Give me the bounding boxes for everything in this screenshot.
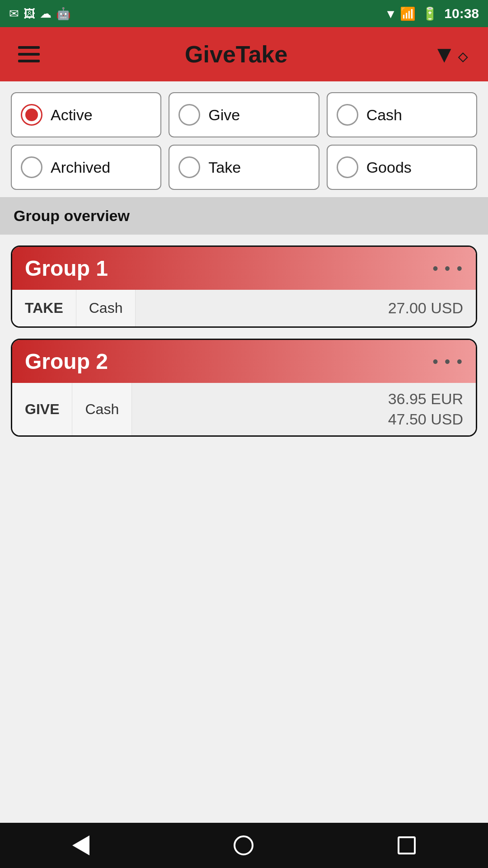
group-2-header: Group 2 • • •	[12, 340, 476, 383]
filter-active-label: Active	[51, 106, 93, 124]
section-header: Group overview	[0, 197, 488, 235]
nav-back-button[interactable]	[72, 835, 89, 855]
status-left-icons: ✉ 🖼 ☁ 🤖	[9, 7, 70, 21]
group-1-type: TAKE	[12, 290, 76, 326]
group-2-body: GIVE Cash 36.95 EUR 47.50 USD	[12, 383, 476, 435]
filter-grid: Active Give Cash Archived Take Goods	[0, 81, 488, 197]
group-2-amount-2: 47.50 USD	[388, 410, 463, 428]
radio-cash	[337, 104, 358, 126]
group-2-name: Group 2	[25, 349, 108, 374]
group-1-amount-1: 27.00 USD	[388, 299, 463, 317]
group-1-name: Group 1	[25, 256, 108, 281]
filter-goods-label: Goods	[366, 159, 412, 176]
android-icon: 🤖	[56, 7, 70, 21]
filter-archived[interactable]: Archived	[11, 145, 161, 190]
nav-recents-button[interactable]	[398, 836, 416, 854]
gmail-icon: ✉	[9, 7, 19, 21]
group-1-more-icon[interactable]: • • •	[432, 259, 463, 278]
group-card-2[interactable]: Group 2 • • • GIVE Cash 36.95 EUR 47.50 …	[11, 339, 477, 437]
filter-give-label: Give	[208, 106, 240, 124]
group-2-category: Cash	[72, 383, 132, 435]
nav-bar	[0, 823, 488, 868]
group-2-more-icon[interactable]: • • •	[432, 352, 463, 371]
signal-icon: 📶	[400, 6, 416, 21]
funnel-icon: ⬦	[456, 41, 470, 68]
radio-archived	[21, 156, 42, 178]
image-icon: 🖼	[23, 7, 35, 21]
group-2-amounts: 36.95 EUR 47.50 USD	[132, 383, 476, 435]
battery-icon: 🔋	[422, 6, 438, 21]
app-bar: GiveTake ▼ ⬦	[0, 27, 488, 81]
filter-goods[interactable]: Goods	[327, 145, 477, 190]
wifi-icon: ▾	[387, 6, 394, 21]
status-right-icons: ▾ 📶 🔋 10:38	[387, 6, 479, 21]
filter-button[interactable]: ▼ ⬦	[433, 41, 470, 68]
filter-take[interactable]: Take	[169, 145, 319, 190]
status-bar: ✉ 🖼 ☁ 🤖 ▾ 📶 🔋 10:38	[0, 0, 488, 27]
group-2-amount-1: 36.95 EUR	[388, 390, 463, 408]
group-2-type: GIVE	[12, 383, 72, 435]
filter-cash[interactable]: Cash	[327, 92, 477, 137]
group-1-header: Group 1 • • •	[12, 247, 476, 290]
status-time: 10:38	[444, 6, 479, 21]
home-icon	[234, 835, 253, 855]
filter-archived-label: Archived	[51, 159, 110, 176]
hamburger-menu-button[interactable]	[18, 46, 40, 62]
group-1-amounts: 27.00 USD	[136, 290, 476, 326]
radio-take	[178, 156, 200, 178]
groups-container: Group 1 • • • TAKE Cash 27.00 USD Group …	[0, 235, 488, 448]
back-icon	[72, 835, 89, 855]
filter-take-label: Take	[208, 159, 241, 176]
cloud-icon: ☁	[40, 7, 52, 21]
radio-active	[21, 104, 42, 126]
filter-active[interactable]: Active	[11, 92, 161, 137]
section-header-text: Group overview	[14, 207, 130, 224]
filter-give[interactable]: Give	[169, 92, 319, 137]
filter-cash-label: Cash	[366, 106, 402, 124]
filter-icon: ▼	[433, 41, 456, 68]
recents-icon	[398, 836, 416, 854]
group-1-body: TAKE Cash 27.00 USD	[12, 290, 476, 326]
group-1-category: Cash	[76, 290, 136, 326]
radio-give	[178, 104, 200, 126]
app-title: GiveTake	[185, 41, 287, 68]
radio-goods	[337, 156, 358, 178]
nav-home-button[interactable]	[234, 835, 253, 855]
group-card-1[interactable]: Group 1 • • • TAKE Cash 27.00 USD	[11, 245, 477, 328]
